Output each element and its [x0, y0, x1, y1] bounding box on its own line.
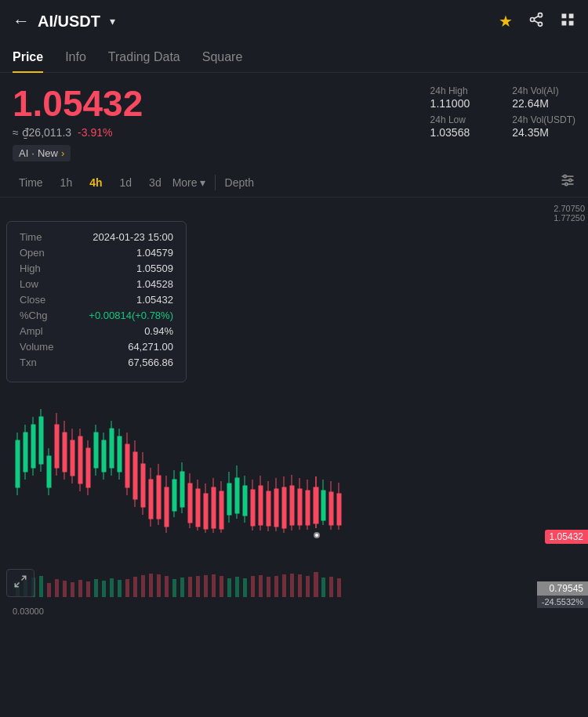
depth-btn[interactable]: Depth: [225, 176, 254, 189]
svg-line-143: [15, 582, 19, 586]
tooltip-time-value: 2024-01-23 15:00: [93, 231, 173, 243]
tooltip-txn-row: Txn 67,566.86: [20, 357, 173, 368]
tooltip-close-value: 1.05432: [136, 294, 173, 306]
header: ← AI/USDT ▾ ★: [0, 0, 588, 42]
tooltip-pct-row: %Chg +0.00814(+0.78%): [20, 310, 173, 321]
tooltip-ampl-label: Ampl: [20, 325, 43, 337]
tooltip-low-value: 1.04528: [136, 278, 173, 290]
price-change: -3.91%: [78, 126, 112, 139]
tab-bar: Price Info Trading Data Square: [0, 42, 588, 73]
svg-rect-130: [251, 576, 255, 597]
price-stats: 24h High 1.11000 24h Vol(AI) 22.64M 24h …: [430, 85, 575, 139]
svg-point-2: [539, 22, 543, 26]
chart-area[interactable]: ✦ BINANCE: [0, 197, 588, 621]
1h-btn[interactable]: 1h: [54, 173, 79, 192]
tooltip-low-row: Low 1.04528: [20, 278, 173, 290]
svg-rect-122: [188, 577, 192, 597]
svg-rect-129: [243, 578, 247, 597]
main-price: 1.05432: [13, 85, 143, 121]
axis-top: 2.70750: [535, 204, 585, 213]
svg-rect-103: [39, 576, 43, 597]
badge-chevron-icon: ›: [61, 147, 64, 159]
svg-point-14: [565, 183, 568, 185]
tab-square[interactable]: Square: [202, 42, 243, 72]
svg-rect-125: [212, 574, 216, 597]
tooltip-txn-label: Txn: [20, 357, 37, 368]
svg-rect-108: [78, 580, 82, 597]
tooltip-open-value: 1.04579: [136, 247, 173, 259]
svg-rect-104: [47, 583, 51, 597]
high-value: 1.11000: [430, 97, 494, 110]
svg-rect-120: [172, 579, 176, 597]
svg-rect-124: [204, 575, 208, 597]
tooltip-high-label: High: [20, 263, 41, 274]
svg-rect-110: [94, 579, 98, 597]
back-button[interactable]: ←: [13, 11, 30, 31]
price-axis: 2.70750 1.77250: [532, 197, 588, 621]
toolbar-divider: [215, 175, 216, 190]
svg-rect-140: [329, 577, 333, 597]
bottom-price-pct: -24.5532%: [537, 596, 588, 608]
svg-rect-117: [149, 574, 153, 597]
svg-rect-126: [220, 576, 223, 597]
page-title: AI/USDT: [38, 13, 100, 31]
svg-rect-105: [55, 579, 59, 597]
svg-rect-136: [298, 574, 302, 597]
svg-rect-138: [314, 572, 318, 597]
badge-label: New: [38, 147, 58, 159]
svg-rect-128: [235, 577, 239, 597]
low-label: 24h Low: [430, 114, 494, 125]
tooltip-low-label: Low: [20, 278, 38, 290]
badge-token: AI: [19, 147, 28, 159]
svg-line-142: [22, 576, 26, 580]
tooltip-volume-value: 64,271.00: [128, 341, 173, 353]
svg-rect-7: [562, 20, 567, 25]
tab-info[interactable]: Info: [65, 42, 86, 72]
tab-price[interactable]: Price: [13, 42, 43, 72]
svg-rect-112: [110, 578, 114, 597]
svg-rect-118: [157, 574, 161, 597]
badge-separator: ·: [31, 147, 34, 159]
svg-rect-116: [141, 575, 145, 597]
share-icon[interactable]: [528, 12, 544, 31]
vol-ai-value: 22.64M: [512, 97, 575, 110]
high-label: 24h High: [430, 85, 494, 96]
chart-settings-icon[interactable]: [560, 172, 575, 192]
svg-rect-123: [196, 576, 200, 597]
expand-button[interactable]: [6, 569, 34, 597]
price-left: 1.05432 ≈ ₫26,011.3 -3.91% AI · New ›: [13, 85, 143, 161]
svg-rect-127: [227, 578, 231, 597]
svg-point-12: [564, 175, 566, 177]
price-fiat: ≈ ₫26,011.3: [13, 126, 71, 139]
tooltip-time-row: Time 2024-01-23 15:00: [20, 231, 173, 243]
tooltip-open-row: Open 1.04579: [20, 247, 173, 259]
svg-rect-139: [321, 578, 325, 597]
svg-rect-133: [274, 576, 278, 597]
vol-ai-label: 24h Vol(AI): [512, 85, 575, 96]
3d-btn[interactable]: 3d: [143, 173, 168, 192]
svg-point-0: [539, 13, 543, 16]
chevron-down-icon[interactable]: ▾: [110, 15, 115, 27]
4h-btn[interactable]: 4h: [83, 173, 108, 192]
tooltip-pct-label: %Chg: [20, 310, 47, 321]
more-btn[interactable]: More ▾: [172, 176, 205, 189]
grid-icon[interactable]: [560, 12, 575, 31]
favorite-icon[interactable]: ★: [499, 12, 513, 31]
tooltip-high-value: 1.05509: [136, 263, 173, 274]
price-sub: ≈ ₫26,011.3 -3.91%: [13, 126, 143, 139]
bottom-price-value: 0.79545: [537, 581, 588, 596]
svg-line-4: [534, 16, 539, 18]
tooltip-ampl-row: Ampl 0.94%: [20, 325, 173, 337]
header-actions: ★: [499, 12, 575, 31]
svg-point-1: [531, 17, 535, 21]
chart-toolbar: Time 1h 4h 1d 3d More ▾ Depth: [0, 168, 588, 197]
1d-btn[interactable]: 1d: [114, 173, 139, 192]
svg-rect-107: [71, 582, 74, 597]
svg-rect-113: [118, 580, 122, 597]
ai-badge[interactable]: AI · New ›: [13, 145, 71, 161]
svg-rect-135: [290, 574, 294, 597]
time-btn[interactable]: Time: [13, 173, 49, 192]
tooltip-close-row: Close 1.05432: [20, 294, 173, 306]
tab-trading-data[interactable]: Trading Data: [108, 42, 180, 72]
price-indicator: 1.05432: [545, 530, 588, 544]
